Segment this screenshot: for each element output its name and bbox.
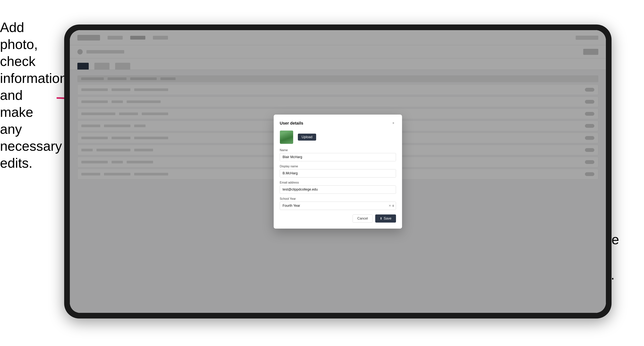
photo-section: Upload [280, 130, 396, 144]
email-label: Email address [280, 181, 396, 184]
tablet-frame: User details × Upload Name [64, 24, 612, 319]
modal-close-button[interactable]: × [391, 121, 396, 126]
select-arrows [392, 205, 394, 207]
save-button[interactable]: ⬆ Save [375, 214, 396, 223]
school-year-input[interactable] [280, 202, 396, 210]
annotation-left: Add photo, check information and make an… [0, 19, 58, 172]
cancel-button[interactable]: Cancel [352, 214, 372, 223]
name-field-group: Name [280, 149, 396, 161]
save-icon: ⬆ [380, 217, 382, 220]
name-input[interactable] [280, 153, 396, 161]
upload-photo-button[interactable]: Upload [298, 134, 316, 141]
save-button-label: Save [384, 216, 392, 220]
arrow-down-icon [392, 206, 394, 207]
modal-footer: Cancel ⬆ Save [280, 214, 396, 223]
name-label: Name [280, 149, 396, 152]
display-name-field-group: Display name [280, 165, 396, 177]
arrow-up-icon [392, 205, 394, 206]
user-details-modal: User details × Upload Name [274, 115, 402, 229]
school-year-select-wrapper: ✕ [280, 202, 396, 210]
email-input[interactable] [280, 185, 396, 194]
user-photo-thumbnail [280, 130, 293, 144]
display-name-input[interactable] [280, 169, 396, 177]
school-year-field-group: School Year ✕ [280, 197, 396, 210]
tablet-screen: User details × Upload Name [70, 30, 606, 313]
modal-title: User details [280, 121, 303, 126]
app-background: User details × Upload Name [70, 30, 606, 313]
email-field-group: Email address [280, 181, 396, 194]
modal-overlay: User details × Upload Name [70, 30, 606, 313]
photo-image [280, 131, 293, 144]
select-icons: ✕ [389, 204, 394, 207]
display-name-label: Display name [280, 165, 396, 168]
school-year-label: School Year [280, 197, 396, 200]
select-clear-button[interactable]: ✕ [389, 204, 391, 207]
modal-header: User details × [280, 121, 396, 126]
